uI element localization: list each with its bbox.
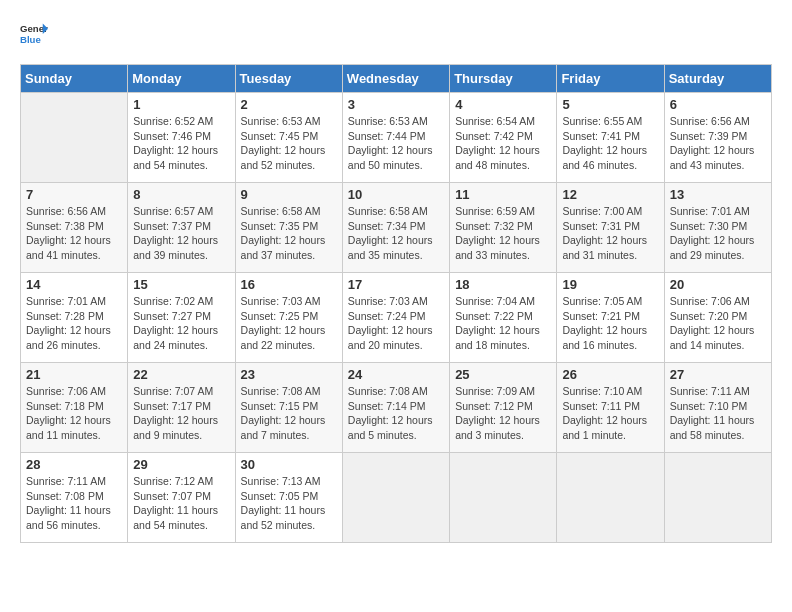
day-info: Sunrise: 7:03 AM Sunset: 7:25 PM Dayligh… [241,294,337,353]
weekday-header-sunday: Sunday [21,65,128,93]
calendar-cell: 19Sunrise: 7:05 AM Sunset: 7:21 PM Dayli… [557,273,664,363]
day-info: Sunrise: 7:06 AM Sunset: 7:18 PM Dayligh… [26,384,122,443]
day-info: Sunrise: 6:58 AM Sunset: 7:34 PM Dayligh… [348,204,444,263]
day-number: 30 [241,457,337,472]
day-number: 20 [670,277,766,292]
calendar-cell: 27Sunrise: 7:11 AM Sunset: 7:10 PM Dayli… [664,363,771,453]
calendar-cell: 25Sunrise: 7:09 AM Sunset: 7:12 PM Dayli… [450,363,557,453]
logo: General Blue [20,20,48,48]
calendar-cell: 3Sunrise: 6:53 AM Sunset: 7:44 PM Daylig… [342,93,449,183]
logo-icon: General Blue [20,20,48,48]
day-info: Sunrise: 6:53 AM Sunset: 7:44 PM Dayligh… [348,114,444,173]
calendar-cell: 28Sunrise: 7:11 AM Sunset: 7:08 PM Dayli… [21,453,128,543]
calendar-cell [450,453,557,543]
calendar-table: SundayMondayTuesdayWednesdayThursdayFrid… [20,64,772,543]
day-number: 4 [455,97,551,112]
day-info: Sunrise: 6:52 AM Sunset: 7:46 PM Dayligh… [133,114,229,173]
day-number: 14 [26,277,122,292]
day-info: Sunrise: 6:53 AM Sunset: 7:45 PM Dayligh… [241,114,337,173]
calendar-cell: 30Sunrise: 7:13 AM Sunset: 7:05 PM Dayli… [235,453,342,543]
calendar-cell [342,453,449,543]
calendar-cell [557,453,664,543]
day-number: 15 [133,277,229,292]
calendar-cell: 13Sunrise: 7:01 AM Sunset: 7:30 PM Dayli… [664,183,771,273]
day-info: Sunrise: 7:10 AM Sunset: 7:11 PM Dayligh… [562,384,658,443]
calendar-cell: 29Sunrise: 7:12 AM Sunset: 7:07 PM Dayli… [128,453,235,543]
page-header: General Blue [20,20,772,48]
calendar-cell: 20Sunrise: 7:06 AM Sunset: 7:20 PM Dayli… [664,273,771,363]
day-number: 1 [133,97,229,112]
weekday-header-tuesday: Tuesday [235,65,342,93]
calendar-cell [664,453,771,543]
day-number: 9 [241,187,337,202]
day-info: Sunrise: 7:08 AM Sunset: 7:14 PM Dayligh… [348,384,444,443]
day-number: 19 [562,277,658,292]
day-number: 7 [26,187,122,202]
day-info: Sunrise: 7:07 AM Sunset: 7:17 PM Dayligh… [133,384,229,443]
day-number: 24 [348,367,444,382]
calendar-cell: 11Sunrise: 6:59 AM Sunset: 7:32 PM Dayli… [450,183,557,273]
day-info: Sunrise: 7:06 AM Sunset: 7:20 PM Dayligh… [670,294,766,353]
calendar-cell: 9Sunrise: 6:58 AM Sunset: 7:35 PM Daylig… [235,183,342,273]
calendar-cell: 5Sunrise: 6:55 AM Sunset: 7:41 PM Daylig… [557,93,664,183]
day-number: 17 [348,277,444,292]
day-info: Sunrise: 7:04 AM Sunset: 7:22 PM Dayligh… [455,294,551,353]
day-number: 21 [26,367,122,382]
calendar-cell: 22Sunrise: 7:07 AM Sunset: 7:17 PM Dayli… [128,363,235,453]
calendar-cell: 7Sunrise: 6:56 AM Sunset: 7:38 PM Daylig… [21,183,128,273]
day-info: Sunrise: 6:56 AM Sunset: 7:38 PM Dayligh… [26,204,122,263]
day-number: 29 [133,457,229,472]
day-number: 13 [670,187,766,202]
day-info: Sunrise: 7:03 AM Sunset: 7:24 PM Dayligh… [348,294,444,353]
day-info: Sunrise: 7:12 AM Sunset: 7:07 PM Dayligh… [133,474,229,533]
day-info: Sunrise: 7:01 AM Sunset: 7:28 PM Dayligh… [26,294,122,353]
svg-text:Blue: Blue [20,34,41,45]
day-number: 18 [455,277,551,292]
calendar-cell: 14Sunrise: 7:01 AM Sunset: 7:28 PM Dayli… [21,273,128,363]
day-number: 3 [348,97,444,112]
calendar-cell: 16Sunrise: 7:03 AM Sunset: 7:25 PM Dayli… [235,273,342,363]
weekday-header-saturday: Saturday [664,65,771,93]
day-number: 25 [455,367,551,382]
day-number: 2 [241,97,337,112]
day-number: 12 [562,187,658,202]
calendar-cell: 18Sunrise: 7:04 AM Sunset: 7:22 PM Dayli… [450,273,557,363]
day-info: Sunrise: 6:55 AM Sunset: 7:41 PM Dayligh… [562,114,658,173]
day-info: Sunrise: 7:11 AM Sunset: 7:10 PM Dayligh… [670,384,766,443]
day-info: Sunrise: 7:13 AM Sunset: 7:05 PM Dayligh… [241,474,337,533]
day-info: Sunrise: 7:01 AM Sunset: 7:30 PM Dayligh… [670,204,766,263]
day-info: Sunrise: 6:58 AM Sunset: 7:35 PM Dayligh… [241,204,337,263]
calendar-cell: 4Sunrise: 6:54 AM Sunset: 7:42 PM Daylig… [450,93,557,183]
calendar-cell: 8Sunrise: 6:57 AM Sunset: 7:37 PM Daylig… [128,183,235,273]
calendar-cell: 17Sunrise: 7:03 AM Sunset: 7:24 PM Dayli… [342,273,449,363]
day-number: 10 [348,187,444,202]
day-number: 28 [26,457,122,472]
day-number: 6 [670,97,766,112]
day-number: 22 [133,367,229,382]
calendar-cell: 23Sunrise: 7:08 AM Sunset: 7:15 PM Dayli… [235,363,342,453]
weekday-header-monday: Monday [128,65,235,93]
day-info: Sunrise: 7:02 AM Sunset: 7:27 PM Dayligh… [133,294,229,353]
day-info: Sunrise: 6:54 AM Sunset: 7:42 PM Dayligh… [455,114,551,173]
day-info: Sunrise: 6:59 AM Sunset: 7:32 PM Dayligh… [455,204,551,263]
day-number: 23 [241,367,337,382]
day-info: Sunrise: 7:08 AM Sunset: 7:15 PM Dayligh… [241,384,337,443]
weekday-header-wednesday: Wednesday [342,65,449,93]
calendar-cell: 21Sunrise: 7:06 AM Sunset: 7:18 PM Dayli… [21,363,128,453]
day-number: 8 [133,187,229,202]
weekday-header-thursday: Thursday [450,65,557,93]
calendar-cell: 12Sunrise: 7:00 AM Sunset: 7:31 PM Dayli… [557,183,664,273]
day-info: Sunrise: 6:56 AM Sunset: 7:39 PM Dayligh… [670,114,766,173]
day-number: 5 [562,97,658,112]
calendar-cell: 2Sunrise: 6:53 AM Sunset: 7:45 PM Daylig… [235,93,342,183]
calendar-cell: 26Sunrise: 7:10 AM Sunset: 7:11 PM Dayli… [557,363,664,453]
day-info: Sunrise: 7:09 AM Sunset: 7:12 PM Dayligh… [455,384,551,443]
day-info: Sunrise: 6:57 AM Sunset: 7:37 PM Dayligh… [133,204,229,263]
day-info: Sunrise: 7:00 AM Sunset: 7:31 PM Dayligh… [562,204,658,263]
day-info: Sunrise: 7:05 AM Sunset: 7:21 PM Dayligh… [562,294,658,353]
calendar-cell: 15Sunrise: 7:02 AM Sunset: 7:27 PM Dayli… [128,273,235,363]
weekday-header-friday: Friday [557,65,664,93]
day-number: 11 [455,187,551,202]
calendar-cell: 6Sunrise: 6:56 AM Sunset: 7:39 PM Daylig… [664,93,771,183]
day-number: 26 [562,367,658,382]
